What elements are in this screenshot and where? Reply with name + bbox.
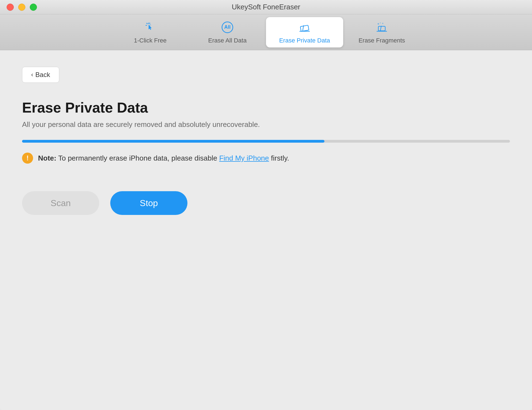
tab-bar: 1-Click Free All Erase All Data Erase Pr… [0, 14, 532, 50]
one-click-icon [143, 20, 158, 34]
page-subtitle: All your personal data are securely remo… [22, 120, 510, 129]
tab-erase-private[interactable]: Erase Private Data [266, 17, 343, 47]
main-content: ‹ Back Erase Private Data All your perso… [0, 50, 532, 410]
progress-bar-fill [22, 140, 324, 143]
window-title: UkeySoft FoneEraser [232, 3, 300, 11]
find-my-iphone-link[interactable]: Find My iPhone [219, 154, 269, 162]
back-label: Back [35, 71, 50, 79]
tab-one-click-free[interactable]: 1-Click Free [112, 17, 189, 47]
close-button[interactable] [7, 4, 14, 11]
warning-icon: ! [22, 153, 33, 164]
svg-rect-8 [378, 26, 385, 31]
svg-point-11 [380, 22, 381, 23]
erase-all-icon: All [220, 20, 235, 34]
progress-bar [22, 140, 510, 143]
title-bar: UkeySoft FoneEraser [0, 0, 532, 14]
erase-private-icon [297, 20, 312, 34]
button-row: Scan Stop [22, 191, 510, 215]
tab-erase-all[interactable]: All Erase All Data [189, 17, 266, 47]
svg-line-9 [380, 26, 381, 31]
svg-line-3 [149, 23, 150, 23]
svg-text:All: All [224, 24, 231, 30]
stop-button[interactable]: Stop [110, 191, 187, 215]
app-window: UkeySoft FoneEraser 1-Click Free All [0, 0, 532, 410]
note-section: ! Note: To permanently erase iPhone data… [22, 153, 510, 164]
tab-erase-fragments[interactable]: Erase Fragments [343, 17, 420, 47]
svg-point-10 [378, 23, 379, 24]
svg-point-12 [382, 23, 383, 24]
note-body: To permanently erase iPhone data, please… [58, 154, 219, 162]
tab-erase-private-label: Erase Private Data [279, 37, 330, 44]
note-prefix: Note: [38, 154, 56, 162]
scan-button[interactable]: Scan [22, 191, 99, 215]
maximize-button[interactable] [30, 4, 37, 11]
tab-erase-all-label: Erase All Data [208, 37, 246, 44]
back-button[interactable]: ‹ Back [22, 67, 59, 83]
erase-fragments-icon [374, 20, 389, 34]
page-title: Erase Private Data [22, 99, 510, 116]
note-suffix: firstly. [271, 154, 289, 162]
tab-one-click-label: 1-Click Free [134, 37, 167, 44]
svg-rect-6 [300, 25, 309, 31]
traffic-lights [7, 4, 37, 11]
back-arrow-icon: ‹ [31, 71, 33, 78]
note-text: Note: To permanently erase iPhone data, … [38, 154, 289, 163]
tab-erase-fragments-label: Erase Fragments [359, 37, 405, 44]
svg-line-0 [147, 23, 147, 24]
minimize-button[interactable] [18, 4, 25, 11]
